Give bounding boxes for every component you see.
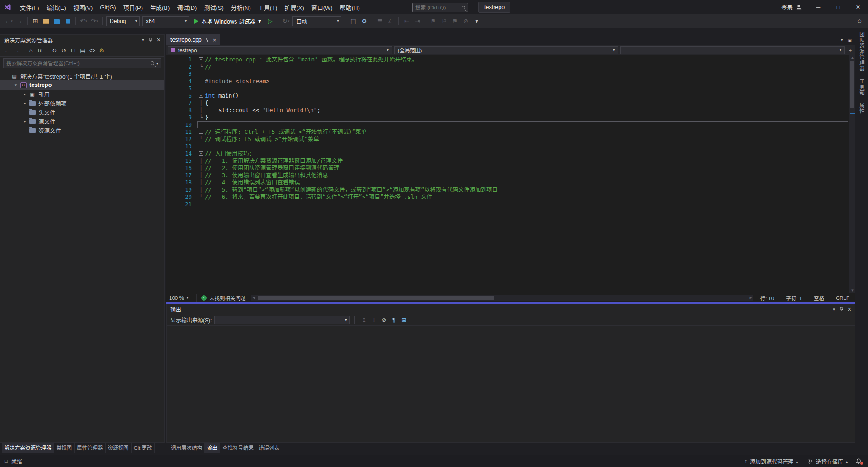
code-line-19[interactable]: 19│// 5. 转到“项目”>“添加新项”以创建新的代码文件，或转到“项目”>…: [166, 186, 855, 193]
close-icon[interactable]: [848, 306, 851, 313]
view-code-icon[interactable]: <>: [88, 46, 97, 55]
code-line-5[interactable]: 5: [166, 85, 855, 92]
panel-tab-查找符号结果[interactable]: 查找符号结果: [220, 443, 256, 453]
tree-item-头文件[interactable]: 头文件: [0, 108, 164, 117]
code-line-2[interactable]: 2└//: [166, 63, 855, 71]
window-position-icon[interactable]: [142, 38, 144, 42]
code-line-14[interactable]: 14-// 入门使用技巧:: [166, 150, 855, 157]
solution-explorer-toggle-icon[interactable]: ▤: [348, 16, 358, 26]
scrollbar-thumb[interactable]: [258, 296, 494, 300]
status-line-ending[interactable]: CRLF: [830, 295, 855, 301]
code-line-12[interactable]: 12└// 调试程序: F5 或调试 >“开始调试”菜单: [166, 136, 855, 143]
scroll-up-icon[interactable]: ▲: [849, 56, 855, 60]
word-wrap-icon[interactable]: ¶: [389, 316, 398, 325]
solution-search-box[interactable]: [3, 58, 161, 68]
window-position-icon[interactable]: [833, 307, 835, 311]
code-line-21[interactable]: 21: [166, 201, 855, 208]
code-line-11[interactable]: 11-// 运行程序: Ctrl + F5 或调试 >“开始执行(不调试)”菜单: [166, 128, 855, 136]
scroll-right-icon[interactable]: ▶: [748, 295, 753, 301]
expander-icon[interactable]: ▾: [12, 83, 19, 87]
document-options-icon[interactable]: [848, 37, 852, 43]
code-line-1[interactable]: 1-// testrepo.cpp : 此文件包含 "main" 函数。程序执行…: [166, 56, 855, 63]
code-line-15[interactable]: 15│// 1. 使用解决方案资源管理器窗口添加/管理文件: [166, 157, 855, 165]
properties-window-icon[interactable]: ⚙: [359, 16, 369, 26]
status-indent-mode[interactable]: 空格: [808, 294, 830, 302]
menu-视图(V)[interactable]: 视图(V): [70, 0, 96, 14]
show-all-files-icon[interactable]: ▤: [78, 46, 87, 55]
menu-测试(S)[interactable]: 测试(S): [200, 0, 227, 14]
solution-explorer-header[interactable]: 解决方案资源管理器: [0, 35, 164, 45]
panel-tab-输出[interactable]: 输出: [205, 443, 220, 453]
home-icon[interactable]: ⌂: [26, 46, 35, 55]
split-window-handle[interactable]: +: [847, 47, 854, 53]
output-content[interactable]: [167, 326, 855, 442]
select-repository-button[interactable]: 选择存储库: [804, 458, 851, 465]
vertical-scrollbar[interactable]: ▲ ▼: [849, 55, 855, 293]
platform-dropdown[interactable]: x64: [142, 16, 189, 26]
autoscroll-icon[interactable]: ⊞: [399, 316, 408, 325]
code-line-4[interactable]: 4#include <iostream>: [166, 78, 855, 85]
global-search-input[interactable]: [415, 5, 460, 10]
close-icon[interactable]: [157, 36, 160, 43]
tree-item-解决方案"testrepo"(1 个项目/共 1 个)[interactable]: ▤解决方案"testrepo"(1 个项目/共 1 个): [0, 71, 164, 80]
code-line-8[interactable]: 8│ std::cout << "Hello World!\n";: [166, 107, 855, 114]
add-to-source-control-button[interactable]: 添加到源代码管理: [741, 458, 802, 465]
panel-tab-错误列表[interactable]: 错误列表: [256, 443, 282, 453]
menu-生成(B)[interactable]: 生成(B): [146, 0, 173, 14]
menu-编辑(E)[interactable]: 编辑(E): [43, 0, 70, 14]
panel-tab-Git 更改[interactable]: Git 更改: [132, 443, 155, 453]
nav-scope-dropdown[interactable]: (全局范围): [394, 46, 619, 54]
fold-collapse-icon[interactable]: -: [197, 56, 205, 63]
document-health-indicator[interactable]: 未找到相关问题: [196, 294, 250, 302]
output-header[interactable]: 输出: [167, 304, 855, 314]
code-line-13[interactable]: 13: [166, 143, 855, 150]
clear-all-icon[interactable]: ⊘: [379, 316, 388, 325]
tree-item-testrepo[interactable]: ▾++testrepo: [0, 80, 164, 90]
side-tab-工具箱[interactable]: 工具箱: [858, 79, 865, 96]
panel-tab-资源视图[interactable]: 资源视图: [106, 443, 132, 453]
menu-文件(F)[interactable]: 文件(F): [16, 0, 43, 14]
menu-帮助(H)[interactable]: 帮助(H): [336, 0, 363, 14]
nav-project-dropdown[interactable]: testrepo: [168, 46, 392, 54]
panel-tab-调用层次结构[interactable]: 调用层次结构: [169, 443, 205, 453]
collapse-all-icon[interactable]: ⊟: [69, 46, 78, 55]
switch-views-icon[interactable]: ⊞: [36, 46, 45, 55]
expander-icon[interactable]: ▸: [21, 119, 28, 123]
sign-in-button[interactable]: 登录: [775, 0, 808, 14]
code-line-6[interactable]: 6-int main(): [166, 92, 855, 99]
nav-member-dropdown[interactable]: [620, 46, 845, 54]
open-file-icon[interactable]: [41, 16, 51, 26]
scroll-left-icon[interactable]: ◀: [251, 295, 257, 301]
code-line-18[interactable]: 18│// 4. 使用错误列表窗口查看错误: [166, 179, 855, 186]
toolbar-options-icon[interactable]: ▾: [472, 16, 481, 26]
code-line-9[interactable]: 9└}: [166, 114, 855, 121]
panel-tab-解决方案资源管理器[interactable]: 解决方案资源管理器: [2, 443, 54, 453]
save-icon[interactable]: [52, 16, 62, 26]
menu-分析(N)[interactable]: 分析(N): [227, 0, 255, 14]
attach-mode-dropdown[interactable]: 自动: [292, 16, 341, 26]
menu-扩展(X)[interactable]: 扩展(X): [281, 0, 307, 14]
fold-collapse-icon[interactable]: -: [197, 150, 205, 157]
maximize-button[interactable]: [828, 0, 848, 14]
expander-icon[interactable]: ▸: [21, 92, 28, 96]
menu-调试(D)[interactable]: 调试(D): [173, 0, 200, 14]
code-line-20[interactable]: 20└// 6. 将来，若要再次打开此项目，请转到“文件”>“打开”>“项目”并…: [166, 193, 855, 201]
code-line-16[interactable]: 16│// 2. 使用团队资源管理器窗口连接到源代码管理: [166, 165, 855, 172]
panel-tab-属性管理器[interactable]: 属性管理器: [75, 443, 106, 453]
menu-Git(G)[interactable]: Git(G): [96, 0, 119, 14]
start-debugging-button[interactable]: 本地 Windows 调试器: [191, 16, 264, 27]
tab-testrepo-cpp[interactable]: testrepo.cpp: [166, 34, 220, 45]
output-source-dropdown[interactable]: [214, 316, 350, 324]
pin-icon[interactable]: [839, 307, 844, 312]
sync-with-active-document-icon[interactable]: ↻: [50, 46, 59, 55]
save-all-icon[interactable]: [63, 16, 73, 26]
scrollbar-thumb[interactable]: [850, 61, 854, 108]
tree-item-资源文件[interactable]: 资源文件: [0, 126, 164, 135]
fold-collapse-icon[interactable]: -: [197, 92, 205, 99]
expander-icon[interactable]: ▸: [21, 101, 28, 105]
menu-窗口(W)[interactable]: 窗口(W): [308, 0, 336, 14]
minimize-button[interactable]: [808, 0, 828, 14]
configuration-dropdown[interactable]: Debug: [106, 16, 140, 26]
menu-工具(T)[interactable]: 工具(T): [255, 0, 281, 14]
start-without-debugging-icon[interactable]: ▷: [265, 16, 275, 26]
